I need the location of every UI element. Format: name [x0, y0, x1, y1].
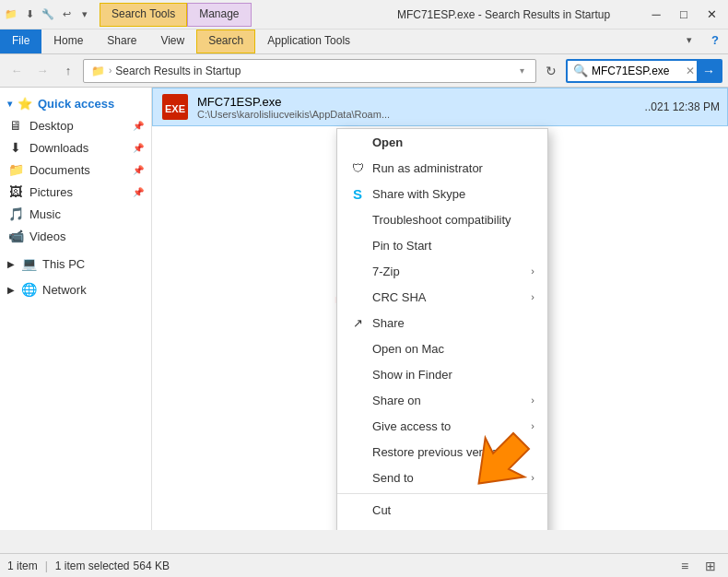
- status-size: 564 KB: [134, 559, 170, 572]
- up-button[interactable]: ↑: [57, 60, 79, 82]
- sidebar-this-pc[interactable]: ▶ 💻 This PC: [0, 253, 151, 275]
- skype-icon: S: [350, 186, 365, 201]
- sidebar-quick-access-header[interactable]: ▾ ⭐ Quick access: [0, 93, 151, 114]
- copy-icon: [350, 528, 365, 530]
- tab-search-tools[interactable]: Search Tools: [100, 3, 187, 27]
- cm-show-in-finder[interactable]: Show in Finder: [337, 361, 547, 387]
- large-icons-view-button[interactable]: ⊞: [700, 556, 721, 576]
- tab-share[interactable]: Share: [95, 29, 148, 53]
- details-view-button[interactable]: ≡: [675, 556, 695, 576]
- restore-icon: [350, 444, 365, 459]
- sidebar-item-desktop[interactable]: 🖥 Desktop 📌: [0, 114, 151, 136]
- minimize-button[interactable]: ─: [643, 5, 669, 25]
- cm-share-skype[interactable]: S Share with Skype: [337, 181, 547, 206]
- cm-arrow-7zip: ›: [531, 265, 534, 277]
- open-icon: [350, 135, 365, 149]
- dropdown-icon[interactable]: ▾: [77, 7, 92, 22]
- main-area: ▾ ⭐ Quick access 🖥 Desktop 📌 ⬇ Downloads…: [0, 88, 728, 530]
- help-button[interactable]: ?: [702, 29, 728, 50]
- file-date: ..021 12:38 PM: [645, 100, 720, 113]
- downloads-icon: ⬇: [7, 139, 24, 156]
- tab-manage[interactable]: Manage: [187, 3, 251, 27]
- quick-access-star-icon: ⭐: [18, 97, 32, 111]
- crc-icon: [350, 289, 365, 304]
- tab-view[interactable]: View: [148, 29, 196, 53]
- status-selected: 1 item selected: [55, 559, 130, 572]
- svg-text:EXE: EXE: [165, 103, 185, 114]
- cm-pin-start[interactable]: Pin to Start: [337, 232, 547, 258]
- ribbon: File Home Share View Search Application …: [0, 29, 728, 54]
- undo-icon[interactable]: ↩: [59, 7, 74, 22]
- finder-icon: [350, 367, 365, 382]
- cm-run-as-admin[interactable]: 🛡 Run as administrator: [337, 155, 547, 181]
- cm-share-on[interactable]: Share on ›: [337, 387, 547, 413]
- cm-troubleshoot[interactable]: Troubleshoot compatibility: [337, 206, 547, 232]
- breadcrumb-separator: ›: [109, 65, 112, 76]
- file-name: MFC71ESP.exe: [197, 95, 638, 109]
- access-icon: [350, 418, 365, 433]
- cm-copy[interactable]: Copy: [337, 523, 547, 530]
- cut-icon: [350, 502, 365, 517]
- tab-search[interactable]: Search: [196, 29, 255, 53]
- send-icon: [350, 470, 365, 485]
- search-clear-button[interactable]: ✕: [686, 65, 695, 77]
- window-title: MFC71ESP.exe - Search Results in Startup: [371, 8, 636, 21]
- share-on-icon: [350, 393, 365, 407]
- status-separator: |: [45, 559, 48, 572]
- admin-icon: 🛡: [350, 160, 365, 175]
- sidebar-item-documents[interactable]: 📁 Documents 📌: [0, 159, 151, 181]
- pin-icon-docs: 📌: [133, 165, 144, 175]
- sidebar-item-music[interactable]: 🎵 Music: [0, 203, 151, 225]
- status-view-controls: ≡ ⊞: [675, 556, 721, 576]
- title-bar-icons: 📁 ⬇ 🔧 ↩ ▾: [4, 7, 92, 22]
- ribbon-tabs: File Home Share View Search Application …: [0, 29, 728, 53]
- cm-7zip[interactable]: 7-Zip ›: [337, 258, 547, 284]
- quick-access-icon[interactable]: ⬇: [22, 7, 37, 22]
- cm-share[interactable]: ↗ Share: [337, 310, 547, 336]
- tab-file[interactable]: File: [0, 29, 41, 53]
- sidebar-item-videos[interactable]: 📹 Videos: [0, 225, 151, 247]
- pin-icon: 📌: [133, 121, 144, 131]
- file-type-icon: EXE: [160, 92, 190, 122]
- sidebar: ▾ ⭐ Quick access 🖥 Desktop 📌 ⬇ Downloads…: [0, 88, 152, 530]
- back-button[interactable]: ←: [6, 60, 28, 82]
- cm-open[interactable]: Open: [337, 129, 547, 155]
- status-count: 1 item: [7, 559, 38, 572]
- network-icon: 🌐: [20, 281, 37, 298]
- tab-application-tools[interactable]: Application Tools: [255, 29, 362, 53]
- videos-icon: 📹: [7, 228, 24, 244]
- sidebar-item-pictures[interactable]: 🖼 Pictures 📌: [0, 181, 151, 203]
- network-chevron: ▶: [7, 285, 15, 295]
- cm-arrow-share-on: ›: [531, 394, 534, 406]
- sidebar-network[interactable]: ▶ 🌐 Network: [0, 278, 151, 300]
- share-icon: ↗: [350, 315, 365, 330]
- close-button[interactable]: ✕: [699, 5, 724, 25]
- breadcrumb-icon: 📁: [91, 65, 105, 77]
- search-box[interactable]: 🔍 ✕ →: [566, 59, 722, 83]
- content-area: fish.to EXE MFC71ESP.exe C:\Users\karoli…: [152, 88, 728, 530]
- refresh-button[interactable]: ↻: [540, 60, 562, 82]
- this-pc-chevron: ▶: [7, 259, 15, 269]
- tab-home[interactable]: Home: [41, 29, 95, 53]
- pin-start-icon: [350, 238, 365, 253]
- file-item-mfc71esp[interactable]: EXE MFC71ESP.exe C:\Users\karolisliucvei…: [152, 88, 728, 126]
- cm-cut[interactable]: Cut: [337, 497, 547, 523]
- breadcrumb-item[interactable]: Search Results in Startup: [115, 65, 241, 77]
- ribbon-collapse-button[interactable]: ▾: [676, 29, 702, 50]
- maximize-button[interactable]: □: [671, 5, 697, 25]
- pin-icon-pics: 📌: [133, 187, 144, 197]
- desktop-icon: 🖥: [7, 117, 24, 134]
- forward-button[interactable]: →: [31, 60, 53, 82]
- search-go-button[interactable]: →: [697, 59, 721, 83]
- music-icon: 🎵: [7, 206, 24, 222]
- documents-icon: 📁: [7, 161, 24, 178]
- cm-crc-sha[interactable]: CRC SHA ›: [337, 284, 547, 310]
- sidebar-item-downloads[interactable]: ⬇ Downloads 📌: [0, 136, 151, 159]
- search-input[interactable]: [592, 65, 684, 77]
- properties-icon[interactable]: 🔧: [41, 7, 55, 22]
- pictures-icon: 🖼: [7, 183, 24, 200]
- cm-open-on-mac[interactable]: Open on Mac: [337, 336, 547, 361]
- address-path[interactable]: 📁 › Search Results in Startup ▾: [83, 59, 536, 83]
- path-chevron: ▾: [520, 65, 524, 76]
- pin-icon-downloads: 📌: [133, 143, 144, 153]
